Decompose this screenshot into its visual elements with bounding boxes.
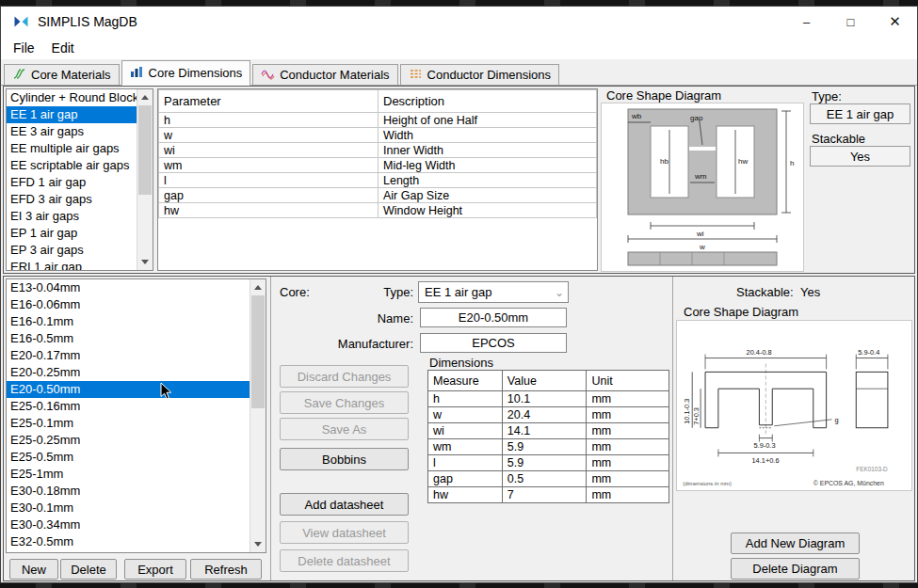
manufacturer-field[interactable] <box>420 333 567 353</box>
delete-datasheet-button[interactable]: Delete datasheet <box>280 549 409 572</box>
core-list-items: E13-0.04mmE16-0.06mmE16-0.1mmE16-0.5mmE2… <box>7 279 250 552</box>
list-item[interactable]: E25-0.5mm <box>7 449 250 466</box>
list-item[interactable]: EP 1 air gap <box>7 225 137 242</box>
dimensions-table: Measure Value Unit h10.1mmw20.4mmwi14.1m… <box>427 370 669 503</box>
table-row: hw7mm <box>428 487 669 503</box>
scroll-up-icon[interactable] <box>137 89 153 105</box>
menubar: File Edit <box>1 37 917 59</box>
list-item[interactable]: EFD 1 air gap <box>7 174 137 191</box>
list-item[interactable]: E30-0.34mm <box>7 516 250 533</box>
table-row: l5.9mm <box>428 455 669 471</box>
svg-text:h: h <box>790 159 794 167</box>
app-window: SIMPLIS MagDB – □ ✕ File Edit Core Mater… <box>0 6 918 583</box>
add-new-diagram-button[interactable]: Add New Diagram <box>731 532 860 554</box>
add-datasheet-button[interactable]: Add datasheet <box>280 493 409 516</box>
svg-text:14.1+0.6: 14.1+0.6 <box>752 456 780 465</box>
menu-file[interactable]: File <box>5 39 43 57</box>
param-table-body: hHeight of one HalfwWidthwiInner Widthwm… <box>159 113 597 218</box>
svg-text:10.1-0.3: 10.1-0.3 <box>683 399 691 424</box>
core-list-scrollbar[interactable] <box>250 279 266 552</box>
new-button[interactable]: New <box>9 559 58 580</box>
save-as-button[interactable]: Save As <box>280 418 409 440</box>
list-item[interactable]: E16-0.1mm <box>7 313 250 330</box>
list-item[interactable]: EP 3 air gaps <box>7 242 137 259</box>
tab-bar: Core Materials Core Dimensions Conductor… <box>1 59 917 86</box>
refresh-button[interactable]: Refresh <box>190 559 262 580</box>
tab-label: Core Dimensions <box>149 66 243 80</box>
list-item[interactable]: EE 1 air gap <box>7 106 137 123</box>
list-item[interactable]: E20-0.25mm <box>7 364 250 381</box>
list-item[interactable]: E13-0.04mm <box>7 279 250 296</box>
list-item[interactable]: E25-0.1mm <box>7 415 250 432</box>
list-item[interactable]: EE 3 air gaps <box>7 123 137 140</box>
scrollbar-thumb[interactable] <box>251 295 265 408</box>
shape-list-items: Cylinder + Round BlockEE 1 air gapEE 3 a… <box>7 89 137 270</box>
export-button[interactable]: Export <box>124 559 186 580</box>
shape-list-scrollbar[interactable] <box>137 89 153 270</box>
dims-table-body: h10.1mmw20.4mmwi14.1mmwm5.9mml5.9mmgap0.… <box>428 391 669 503</box>
list-item[interactable]: E30-0.18mm <box>7 483 250 500</box>
maximize-button[interactable]: □ <box>829 7 873 37</box>
table-row: hHeight of one Half <box>159 113 597 128</box>
table-row: wWidth <box>159 128 597 143</box>
list-item[interactable]: E16-0.5mm <box>7 330 250 347</box>
list-item[interactable]: EFD 3 air gaps <box>7 191 137 208</box>
svg-text:5.9-0.3: 5.9-0.3 <box>753 441 775 450</box>
list-item[interactable]: ERI 1 air gap <box>7 259 137 270</box>
diagram-group-title: Core Shape Diagram <box>606 88 721 103</box>
save-changes-button[interactable]: Save Changes <box>280 391 409 414</box>
list-item[interactable]: EI 3 air gaps <box>7 208 137 225</box>
scroll-down-icon[interactable] <box>137 254 153 270</box>
name-field[interactable] <box>420 308 567 327</box>
chevron-down-icon: ⌄ <box>551 286 568 299</box>
list-item[interactable]: E25-0.16mm <box>7 398 250 415</box>
table-row: hwWindow Height <box>159 203 597 218</box>
svg-text:wm: wm <box>694 172 707 181</box>
table-row: h10.1mm <box>428 391 669 407</box>
delete-diagram-button[interactable]: Delete Diagram <box>731 558 860 580</box>
table-row: wi14.1mm <box>428 423 669 439</box>
minimize-button[interactable]: – <box>784 7 829 37</box>
svg-text:20.4-0.8: 20.4-0.8 <box>747 348 772 357</box>
tab-conductor-dimensions[interactable]: Conductor Dimensions <box>400 64 560 86</box>
list-item[interactable]: Cylinder + Round Block <box>7 89 137 106</box>
close-button[interactable]: ✕ <box>873 7 917 37</box>
type-value-box: EE 1 air gap <box>810 103 910 124</box>
titlebar: SIMPLIS MagDB – □ ✕ <box>1 7 917 37</box>
list-item[interactable]: E20-0.50mm <box>7 381 250 398</box>
table-row: wiInner Width <box>159 143 597 158</box>
discard-changes-button[interactable]: Discard Changes <box>280 365 409 388</box>
svg-text:g: g <box>835 416 839 424</box>
list-item[interactable]: E32-0.5mm <box>7 533 250 550</box>
menu-edit[interactable]: Edit <box>43 39 83 57</box>
table-row: w20.4mm <box>428 407 669 423</box>
list-item[interactable]: E25-1mm <box>7 466 250 483</box>
mouse-cursor <box>160 382 172 400</box>
view-datasheet-button[interactable]: View datasheet <box>280 521 409 544</box>
tab-core-materials[interactable]: Core Materials <box>4 64 120 86</box>
core-type-dropdown[interactable]: EE 1 air gap ⌄ <box>418 281 569 303</box>
svg-text:7+0.3: 7+0.3 <box>692 407 701 425</box>
tab-conductor-materials[interactable]: Conductor Materials <box>252 64 397 86</box>
list-item[interactable]: E25-0.25mm <box>7 432 250 449</box>
svg-text:wb: wb <box>631 112 642 120</box>
scroll-up-icon[interactable] <box>250 279 266 295</box>
list-item[interactable]: EE scriptable air gaps <box>7 157 137 174</box>
core-listbox: E13-0.04mmE16-0.06mmE16-0.1mmE16-0.5mmE2… <box>6 278 266 553</box>
list-item[interactable]: E16-0.06mm <box>7 296 250 313</box>
divider <box>672 277 673 580</box>
list-item[interactable]: EE multiple air gaps <box>7 140 137 157</box>
bobbins-button[interactable]: Bobbins <box>280 448 409 470</box>
core-dimensions-icon <box>130 66 144 81</box>
stackable-status-value: Yes <box>800 285 820 299</box>
scroll-down-icon[interactable] <box>250 536 266 552</box>
list-item[interactable]: E30-0.1mm <box>7 500 250 516</box>
svg-text:5.9-0.4: 5.9-0.4 <box>858 348 879 357</box>
core-materials-icon <box>12 68 26 83</box>
svg-text:© EPCOS AG, München: © EPCOS AG, München <box>813 480 884 486</box>
scrollbar-thumb[interactable] <box>138 105 152 195</box>
delete-button[interactable]: Delete <box>60 559 117 580</box>
tab-core-dimensions[interactable]: Core Dimensions <box>121 60 251 86</box>
tab-label: Conductor Materials <box>280 68 389 82</box>
list-item[interactable]: E20-0.17mm <box>7 347 250 364</box>
